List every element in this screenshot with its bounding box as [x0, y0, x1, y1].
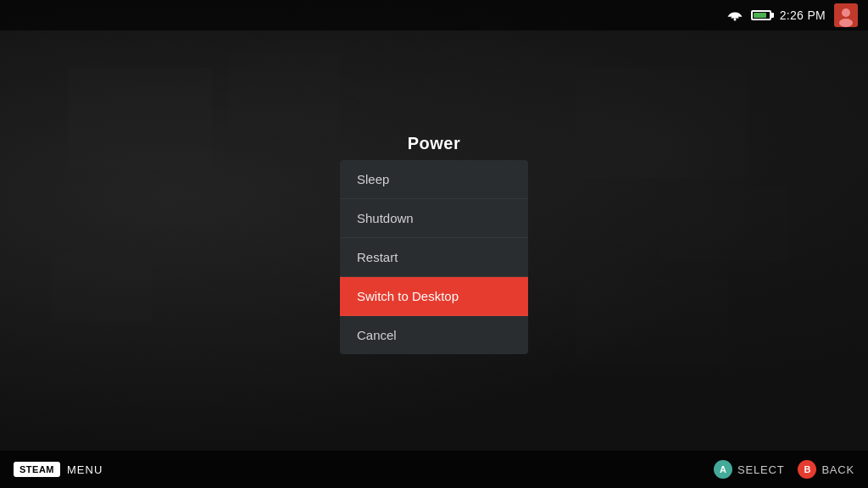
- steam-button[interactable]: STEAM MENU: [14, 462, 103, 477]
- select-hint: A SELECT: [714, 460, 784, 479]
- time-display: 2:26 PM: [780, 8, 826, 22]
- menu-item-cancel[interactable]: Cancel: [340, 316, 528, 354]
- bottom-actions: A SELECT B BACK: [714, 460, 854, 479]
- power-dialog: Power SleepShutdownRestartSwitch to Desk…: [0, 0, 868, 488]
- menu-item-shutdown[interactable]: Shutdown: [340, 199, 528, 238]
- back-hint: B BACK: [798, 460, 854, 479]
- svg-point-1: [842, 8, 850, 17]
- menu-label: MENU: [67, 463, 103, 476]
- svg-point-2: [839, 19, 853, 27]
- back-label: BACK: [821, 463, 854, 476]
- battery-body: [751, 10, 771, 20]
- a-button-label: A: [720, 464, 726, 474]
- select-label: SELECT: [737, 463, 784, 476]
- bottom-bar: STEAM MENU A SELECT B BACK: [0, 451, 868, 488]
- a-button[interactable]: A: [714, 460, 732, 479]
- avatar: [834, 3, 858, 27]
- menu-item-switch-to-desktop[interactable]: Switch to Desktop: [340, 277, 528, 316]
- dialog-menu: SleepShutdownRestartSwitch to DesktopCan…: [340, 160, 528, 354]
- b-button-label: B: [804, 464, 810, 474]
- menu-item-sleep[interactable]: Sleep: [340, 160, 528, 199]
- status-bar: 2:26 PM: [0, 0, 868, 30]
- dialog-title: Power: [408, 134, 461, 153]
- b-button[interactable]: B: [798, 460, 816, 479]
- steam-badge: STEAM: [14, 462, 60, 477]
- menu-item-restart[interactable]: Restart: [340, 238, 528, 277]
- battery-fill: [754, 13, 766, 18]
- wifi-icon: [727, 9, 743, 21]
- battery-icon: [751, 10, 771, 20]
